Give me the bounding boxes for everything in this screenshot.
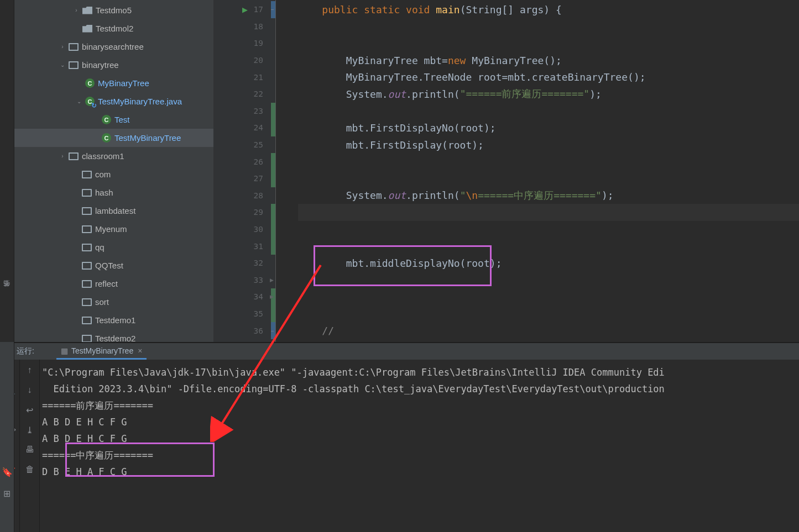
- code-line[interactable]: [298, 153, 799, 170]
- chevron-icon: [72, 25, 80, 33]
- code-line[interactable]: public static void main(String[] args) {: [298, 1, 799, 18]
- gutter-line[interactable]: 36–: [213, 322, 275, 339]
- gutter-line[interactable]: 30: [213, 221, 275, 238]
- code-line[interactable]: //: [298, 322, 799, 339]
- code-line[interactable]: MyBinaryTree.TreeNode root=mbt.createBin…: [298, 69, 799, 86]
- tree-item-test[interactable]: CTest: [14, 110, 213, 129]
- run-tab[interactable]: ▦ TestMyBinaryTree ×: [56, 343, 147, 360]
- fold-icon[interactable]: –: [271, 328, 274, 334]
- package-icon: [82, 225, 92, 233]
- tree-item-mybinarytree[interactable]: CMyBinaryTree: [14, 74, 213, 92]
- tree-item-testdmo5[interactable]: ›Testdmo5: [14, 1, 213, 19]
- gutter-line[interactable]: 27: [213, 170, 275, 187]
- gutter-line[interactable]: 22: [213, 86, 275, 103]
- structure-icon[interactable]: ⊞: [3, 488, 11, 499]
- code-line[interactable]: MyBinaryTree mbt=new MyBinaryTree();: [298, 52, 799, 69]
- chevron-icon[interactable]: ⌄: [59, 61, 66, 69]
- gutter-line[interactable]: 23: [213, 103, 275, 120]
- chevron-icon[interactable]: ›: [72, 7, 80, 14]
- gutter-line[interactable]: 25: [213, 136, 275, 154]
- tree-item-lambdatest[interactable]: lambdatest: [14, 202, 213, 220]
- package-icon: [69, 43, 79, 51]
- console-output[interactable]: "C:\Program Files\Java\jdk-17\bin\java.e…: [40, 360, 799, 532]
- left-tool-strip-bottom: 🔖 ⊞: [0, 342, 14, 532]
- line-number: 21: [254, 73, 263, 82]
- gutter-line[interactable]: 32: [213, 255, 275, 272]
- code-line[interactable]: [298, 305, 799, 323]
- tree-item-binarysearchtree[interactable]: ›binarysearchtree: [14, 38, 213, 56]
- run-gutter-icon[interactable]: ▶: [242, 6, 248, 14]
- code-line[interactable]: mbt.FirstDisplay(root);: [298, 136, 799, 154]
- tree-item-testdemo2[interactable]: Testdemo2: [14, 329, 213, 342]
- package-icon: [82, 207, 92, 215]
- line-number: 25: [254, 140, 263, 149]
- tree-item-binarytree[interactable]: ⌄binarytree: [14, 56, 213, 74]
- gutter-line[interactable]: 24: [213, 119, 275, 136]
- tree-item-classroom1[interactable]: ›classroom1: [14, 147, 213, 165]
- gutter-line[interactable]: ▶17–: [213, 1, 275, 18]
- tree-item-testmybinarytreejava[interactable]: ⌄CTestMyBinaryTree.java: [14, 92, 213, 110]
- code-line[interactable]: System.out.println("\n======中序遍历======="…: [298, 187, 799, 204]
- gutter-line[interactable]: 33▶: [213, 272, 275, 289]
- tree-item-com[interactable]: com: [14, 165, 213, 183]
- code-line[interactable]: [298, 170, 799, 187]
- class-icon: C: [85, 78, 95, 88]
- bookmark-icon[interactable]: 🔖: [2, 467, 13, 477]
- code-line[interactable]: [298, 35, 799, 52]
- tree-item-testdemo1[interactable]: Testdemo1: [14, 311, 213, 329]
- tree-item-qq[interactable]: qq: [14, 238, 213, 256]
- console-line: Edition 2023.3.4\bin" -Dfile.encoding=UT…: [42, 381, 797, 397]
- tree-item-testdmol2[interactable]: Testdmol2: [14, 19, 213, 38]
- code-line[interactable]: mbt.FirstDisplayNo(root);: [298, 119, 799, 136]
- up-icon[interactable]: ↑: [25, 365, 35, 375]
- tree-item-myenum[interactable]: Myenum: [14, 220, 213, 238]
- code-line[interactable]: [298, 221, 799, 238]
- tree-item-testmybinarytree[interactable]: CTestMyBinaryTree: [14, 129, 213, 147]
- code-line[interactable]: mbt.middleDisplayNo(root);: [298, 255, 799, 272]
- tree-item-sort[interactable]: sort: [14, 293, 213, 311]
- print-icon[interactable]: 🖶: [25, 445, 35, 455]
- chevron-icon[interactable]: ⌄: [75, 98, 83, 106]
- expand-icon[interactable]: ▶: [270, 294, 274, 299]
- gutter-line[interactable]: 19: [213, 35, 275, 52]
- gutter-line[interactable]: 20: [213, 52, 275, 69]
- code-line[interactable]: [298, 18, 799, 35]
- gutter-line[interactable]: 28: [213, 187, 275, 204]
- scroll-icon[interactable]: ⤓: [25, 425, 35, 435]
- code-line[interactable]: [298, 238, 799, 255]
- gutter-line[interactable]: 18: [213, 18, 275, 35]
- folder-icon: [82, 25, 92, 33]
- editor[interactable]: ▶17–18192021222324252627282930313233▶34▶…: [213, 0, 799, 342]
- tree-item-qqtest[interactable]: QQTest: [14, 256, 213, 275]
- token-kw: void: [406, 4, 436, 15]
- gutter-line[interactable]: 21: [213, 69, 275, 86]
- trash-icon[interactable]: 🗑: [25, 465, 35, 475]
- down-icon[interactable]: ↓: [25, 385, 35, 395]
- package-icon: [82, 262, 92, 270]
- chevron-icon[interactable]: ›: [59, 152, 66, 160]
- code-line[interactable]: [298, 288, 799, 305]
- token-cls: mbt.FirstDisplay(root);: [346, 139, 484, 151]
- gutter-line[interactable]: 31: [213, 238, 275, 255]
- fold-icon[interactable]: –: [271, 7, 274, 12]
- code-area[interactable]: public static void main(String[] args) {…: [275, 0, 799, 342]
- project-tree[interactable]: ›Testdmo5Testdmol2›binarysearchtree⌄bina…: [14, 0, 213, 342]
- tree-item-reflect[interactable]: reflect: [14, 275, 213, 293]
- gutter-line[interactable]: 34▶: [213, 288, 275, 305]
- code-line[interactable]: [298, 272, 799, 289]
- tree-item-hash[interactable]: hash: [14, 183, 213, 202]
- line-number: 17: [254, 5, 263, 14]
- vcs-marker: [271, 305, 275, 323]
- code-line[interactable]: System.out.println("======前序遍历=======");: [298, 86, 799, 103]
- expand-icon[interactable]: ▶: [270, 277, 274, 283]
- chevron-icon[interactable]: ›: [59, 43, 66, 51]
- gutter-line[interactable]: 26: [213, 153, 275, 170]
- gutter-line[interactable]: 29: [213, 204, 275, 221]
- wrap-icon[interactable]: ↩: [25, 405, 35, 415]
- run-tab-label: TestMyBinaryTree: [71, 346, 133, 355]
- code-line[interactable]: [298, 204, 799, 221]
- close-tab-icon[interactable]: ×: [138, 346, 142, 355]
- code-line[interactable]: [298, 103, 799, 120]
- gutter-line[interactable]: 35: [213, 305, 275, 323]
- editor-gutter[interactable]: ▶17–18192021222324252627282930313233▶34▶…: [213, 0, 275, 342]
